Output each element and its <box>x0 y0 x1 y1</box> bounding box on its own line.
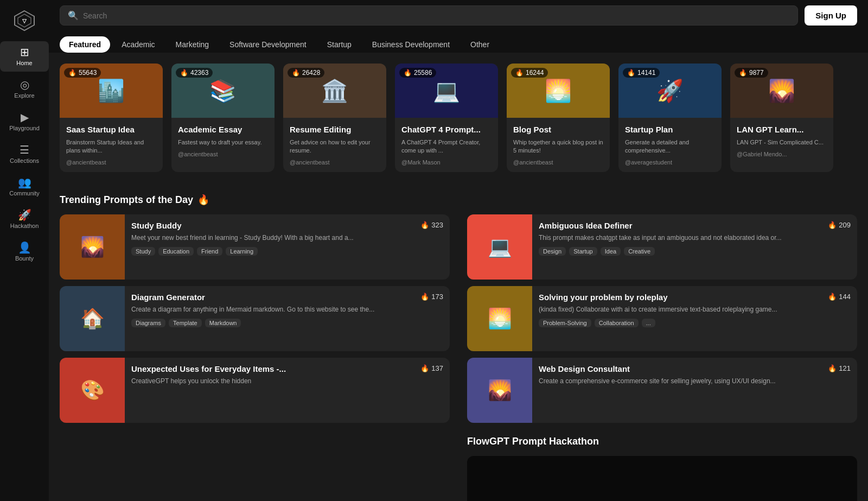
trending-body: Study Buddy 🔥 323 Meet your new best fri… <box>131 214 450 280</box>
featured-card-lan-gpt[interactable]: 🌄 🔥 9877 LAN GPT Learn... LAN GPT - Sim … <box>730 64 833 172</box>
tag[interactable]: Study <box>131 247 155 256</box>
card-title: LAN GPT Learn... <box>737 124 827 135</box>
home-icon: ⊞ <box>20 47 29 58</box>
card-desc: A ChatGPT 4 Prompt Creator, come up with… <box>401 138 492 155</box>
card-badge: 🔥 55643 <box>64 68 101 78</box>
trending-likes: 🔥 121 <box>828 364 851 372</box>
tab-other[interactable]: Other <box>461 36 499 53</box>
tab-featured[interactable]: Featured <box>60 36 110 53</box>
tag[interactable]: Idea <box>601 247 621 256</box>
trending-header: Diagram Generator 🔥 173 <box>131 293 443 302</box>
community-icon: 👥 <box>18 177 31 188</box>
tab-business-dev[interactable]: Business Development <box>363 36 459 53</box>
sidebar: ▽ ⊞ Home ◎ Explore ▶ Playground ☰ Collec… <box>0 0 49 501</box>
tag[interactable]: Problem-Solving <box>539 319 591 327</box>
tag-row: Problem-SolvingCollaboration... <box>539 319 851 327</box>
fire-icon-small: 🔥 <box>828 293 837 301</box>
tag[interactable]: Creative <box>624 247 655 256</box>
trending-card-web-design-consultant[interactable]: 🌄 Web Design Consultant 🔥 121 Create a c… <box>467 358 857 423</box>
tag[interactable]: Learning <box>226 247 258 256</box>
trending-header: Study Buddy 🔥 323 <box>131 221 443 230</box>
trending-desc: CreativeGPT helps you unlock the hidden <box>131 377 443 386</box>
card-badge: 🔥 42363 <box>176 68 213 78</box>
search-bar[interactable]: 🔍 <box>60 5 798 26</box>
card-badge: 🔥 16244 <box>511 68 548 78</box>
trending-likes: 🔥 137 <box>420 364 443 372</box>
featured-card-academic-essay[interactable]: 📚 🔥 42363 Academic Essay Fastest way to … <box>171 64 275 172</box>
trending-body: Ambiguous Idea Definer 🔥 209 This prompt… <box>539 214 857 280</box>
card-body: Saas Startup Idea Brainstorm Startup Ide… <box>60 118 163 172</box>
trending-body: Solving your problem by roleplay 🔥 144 (… <box>539 286 857 351</box>
tag-row: DiagramsTemplateMarkdown <box>131 319 443 327</box>
likes-count: 173 <box>431 293 443 301</box>
featured-card-saas-startup[interactable]: 🏙️ 🔥 55643 Saas Startup Idea Brainstorm … <box>60 64 163 172</box>
card-title: Blog Post <box>513 124 603 135</box>
search-icon: 🔍 <box>68 10 79 21</box>
sidebar-item-community[interactable]: 👥 Community <box>0 172 49 202</box>
card-likes: 55643 <box>79 69 97 77</box>
hackathon-card[interactable]: S ▣ □ <box>467 456 857 501</box>
card-author: @averagestudent <box>625 159 715 166</box>
card-badge: 🔥 26428 <box>288 68 324 78</box>
featured-card-startup-plan[interactable]: 🚀 🔥 14141 Startup Plan Generate a detail… <box>618 64 722 172</box>
card-author: @Mark Mason <box>401 159 492 166</box>
tag-row: DesignStartupIdeaCreative <box>539 247 851 256</box>
trending-card-unexpected-uses[interactable]: 🎨 Unexpected Uses for Everyday Items -..… <box>60 358 450 423</box>
fire-icon: 🔥 <box>292 69 300 77</box>
card-title: Startup Plan <box>625 124 715 135</box>
svg-text:▽: ▽ <box>22 18 27 24</box>
tab-software-dev[interactable]: Software Development <box>220 36 316 53</box>
tag[interactable]: Collaboration <box>595 319 639 327</box>
sidebar-item-playground[interactable]: ▶ Playground <box>0 106 49 137</box>
trending-likes: 🔥 173 <box>420 293 443 301</box>
trending-card-ambiguous-idea[interactable]: 💻 Ambiguous Idea Definer 🔥 209 This prom… <box>467 214 857 280</box>
sidebar-item-explore[interactable]: ◎ Explore <box>0 74 49 104</box>
tag[interactable]: Design <box>539 247 566 256</box>
trending-card-solving-roleplay[interactable]: 🌅 Solving your problem by roleplay 🔥 144… <box>467 286 857 351</box>
sidebar-item-home[interactable]: ⊞ Home <box>0 41 49 72</box>
likes-count: 323 <box>431 221 443 229</box>
sidebar-item-bounty[interactable]: 👤 Bounty <box>0 237 49 267</box>
trending-card-diagram-generator[interactable]: 🏠 Diagram Generator 🔥 173 Create a diagr… <box>60 286 450 351</box>
tag[interactable]: Diagrams <box>131 319 165 327</box>
card-likes: 9877 <box>749 69 764 77</box>
card-image: 🌄 🔥 9877 <box>730 64 833 118</box>
featured-card-blog-post[interactable]: 🌅 🔥 16244 Blog Post Whip together a quic… <box>507 64 610 172</box>
tab-marketing[interactable]: Marketing <box>167 36 218 53</box>
trending-left-col: 🌄 Study Buddy 🔥 323 Meet your new best f… <box>60 214 450 501</box>
sidebar-item-hackathon[interactable]: 🚀 Hackathon <box>0 204 49 234</box>
card-likes: 42363 <box>190 69 208 77</box>
tag[interactable]: Friend <box>197 247 222 256</box>
card-author: @ancientbeast <box>290 159 380 166</box>
card-badge: 🔥 25586 <box>399 68 436 78</box>
collections-icon: ☰ <box>20 144 29 155</box>
tag[interactable]: Template <box>169 319 202 327</box>
signup-button[interactable]: Sign Up <box>805 5 857 26</box>
trending-desc: Create a comprehensive e-commerce site f… <box>539 377 851 386</box>
likes-count: 121 <box>839 364 851 372</box>
trending-likes: 🔥 323 <box>420 221 443 229</box>
sidebar-item-collections[interactable]: ☰ Collections <box>0 139 49 169</box>
featured-card-resume-editing[interactable]: 🏛️ 🔥 26428 Resume Editing Get advice on … <box>283 64 386 172</box>
trending-desc: Meet your new best friend in learning - … <box>131 233 443 243</box>
tag[interactable]: ... <box>642 319 655 327</box>
content-area: 🏙️ 🔥 55643 Saas Startup Idea Brainstorm … <box>49 53 868 501</box>
fire-icon-small: 🔥 <box>420 221 429 229</box>
tag[interactable]: Education <box>158 247 194 256</box>
tag[interactable]: Markdown <box>205 319 241 327</box>
card-desc: Brainstorm Startup Ideas and plans withi… <box>66 138 156 155</box>
trending-thumb: 🎨 <box>60 358 125 423</box>
card-desc: Get advice on how to edit your resume. <box>290 138 380 155</box>
fire-icon-small: 🔥 <box>420 364 429 372</box>
tag[interactable]: Startup <box>569 247 597 256</box>
trending-card-study-buddy[interactable]: 🌄 Study Buddy 🔥 323 Meet your new best f… <box>60 214 450 280</box>
tab-academic[interactable]: Academic <box>112 36 164 53</box>
trending-likes: 🔥 144 <box>828 293 851 301</box>
search-input[interactable] <box>83 11 790 20</box>
card-body: ChatGPT 4 Prompt... A ChatGPT 4 Prompt C… <box>395 118 498 172</box>
tab-startup[interactable]: Startup <box>318 36 361 53</box>
card-body: Academic Essay Fastest way to draft your… <box>171 118 275 164</box>
app-logo[interactable]: ▽ <box>12 9 36 33</box>
featured-card-chatgpt4-prompt[interactable]: 💻 🔥 25586 ChatGPT 4 Prompt... A ChatGPT … <box>395 64 498 172</box>
playground-icon: ▶ <box>21 112 29 123</box>
